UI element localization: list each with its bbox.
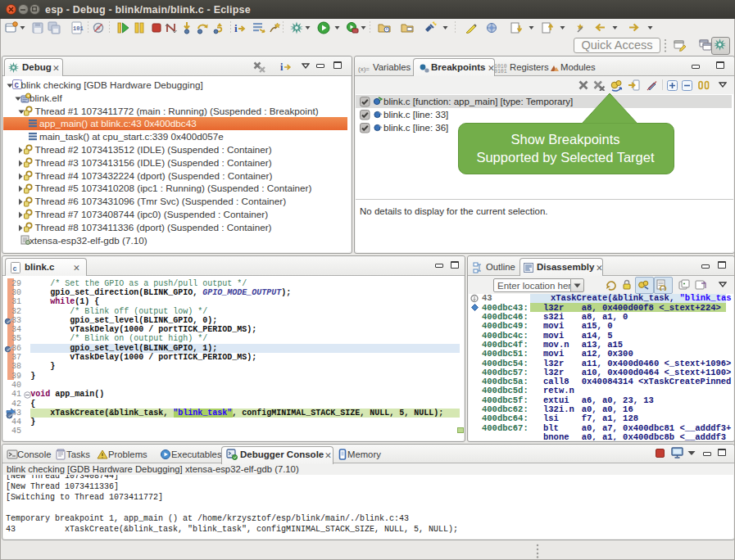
svg-text:c: c (13, 265, 17, 273)
svg-text:(x)=: (x)= (358, 65, 370, 73)
svg-text:i: i (280, 61, 284, 73)
svg-text:0101: 0101 (494, 69, 507, 73)
svg-text:i: i (234, 22, 238, 34)
svg-text:C: C (14, 82, 19, 90)
svg-text:101: 101 (73, 25, 84, 32)
